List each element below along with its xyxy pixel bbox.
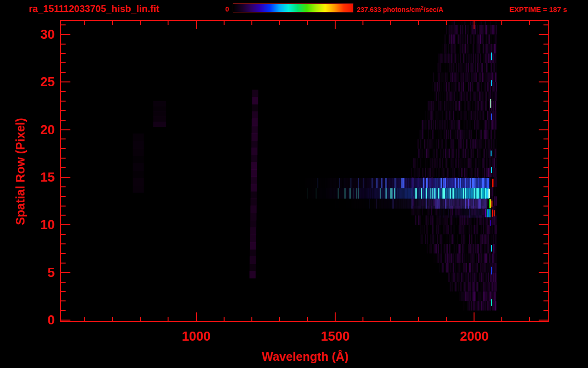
axis-tick (543, 300, 548, 301)
axis-tick (61, 215, 66, 216)
axis-tick (140, 317, 141, 321)
axis-tick (84, 317, 85, 321)
axis-tick (539, 34, 548, 35)
colorbar-max-label: 237.633 photons/cm2/sec/A (357, 5, 443, 13)
axis-tick (61, 158, 66, 159)
axis-tick (61, 196, 66, 197)
axis-tick (543, 53, 548, 54)
axis-tick (543, 158, 548, 159)
axis-tick (224, 317, 225, 321)
axis-tick (61, 320, 70, 321)
axis-tick (418, 21, 419, 25)
axis-tick (474, 21, 475, 29)
axis-tick (61, 186, 66, 187)
axis-tick (61, 120, 66, 121)
axis-tick (61, 263, 66, 264)
y-tick-label: 0 (0, 313, 55, 328)
axis-tick (529, 21, 530, 25)
axis-tick (61, 177, 70, 178)
axis-tick (543, 138, 548, 139)
axis-tick (61, 101, 66, 102)
axis-tick (543, 110, 548, 111)
y-tick-label: 15 (0, 170, 55, 184)
axis-tick (446, 317, 447, 321)
axis-tick (279, 21, 280, 25)
x-tick-label: 2000 (460, 329, 488, 344)
axis-tick (362, 317, 363, 321)
y-tick-label: 20 (0, 122, 55, 137)
axis-tick (61, 206, 66, 207)
axis-tick (61, 34, 70, 35)
axis-tick (543, 167, 548, 168)
axis-tick (61, 129, 70, 130)
axis-tick (307, 317, 308, 321)
axis-tick (112, 21, 113, 25)
axis-tick (543, 282, 548, 283)
axis-tick (362, 21, 363, 25)
axis-tick (501, 21, 502, 25)
axis-tick (140, 21, 141, 25)
axis-tick (543, 206, 548, 207)
axis-tick (112, 317, 113, 321)
axis-tick (539, 177, 548, 178)
spectral-heatmap-canvas (61, 21, 548, 321)
axis-tick (390, 21, 391, 25)
axis-tick (61, 53, 66, 54)
axis-tick (543, 291, 548, 292)
axis-tick (61, 138, 66, 139)
axis-tick (543, 310, 548, 311)
axis-tick (543, 72, 548, 73)
axis-tick (501, 317, 502, 321)
axis-tick (196, 21, 197, 29)
axis-tick (61, 310, 66, 311)
axis-tick (61, 224, 70, 225)
axis-tick (196, 312, 197, 321)
axis-tick (61, 272, 70, 273)
y-tick-label: 25 (0, 75, 55, 90)
axis-tick (543, 44, 548, 45)
axis-tick (543, 101, 548, 102)
colorbar-max-suffix: /sec/A (423, 6, 443, 13)
axis-tick (418, 317, 419, 321)
axis-tick (307, 21, 308, 25)
axis-tick (61, 148, 66, 149)
axis-tick (543, 234, 548, 235)
axis-tick (543, 215, 548, 216)
axis-tick (279, 317, 280, 321)
axis-tick (543, 120, 548, 121)
y-tick-label: 30 (0, 27, 55, 42)
axis-tick (539, 81, 548, 82)
axis-tick (61, 72, 66, 73)
axis-tick (61, 253, 66, 254)
colorbar (233, 3, 353, 12)
axis-tick (61, 234, 66, 235)
axis-tick (543, 62, 548, 63)
axis-tick (543, 186, 548, 187)
axis-tick (543, 148, 548, 149)
axis-tick (84, 21, 85, 25)
axis-tick (61, 300, 66, 301)
y-tick-label: 5 (0, 265, 55, 280)
axis-tick (61, 81, 70, 82)
axis-tick (539, 129, 548, 130)
axis-tick (446, 21, 447, 25)
axis-tick (529, 317, 530, 321)
axis-tick (61, 282, 66, 283)
axis-tick (251, 21, 252, 25)
axis-tick (224, 21, 225, 25)
axis-tick (539, 320, 548, 321)
axis-tick (543, 243, 548, 244)
axis-tick (61, 91, 66, 92)
x-axis-label: Wavelength (Å) (261, 350, 348, 364)
axis-tick (543, 24, 548, 25)
file-title: ra_151112033705_hisb_lin.fit (29, 3, 159, 14)
axis-tick (335, 312, 336, 321)
axis-tick (61, 110, 66, 111)
axis-tick (61, 44, 66, 45)
colorbar-min-label: 0 (209, 5, 229, 13)
colorbar-max-prefix: 237.633 photons/cm (357, 6, 421, 13)
axis-tick (61, 24, 66, 25)
plot-frame (60, 20, 549, 322)
exptime-label: EXPTIME = 187 s (509, 5, 567, 13)
axis-tick (168, 21, 169, 25)
